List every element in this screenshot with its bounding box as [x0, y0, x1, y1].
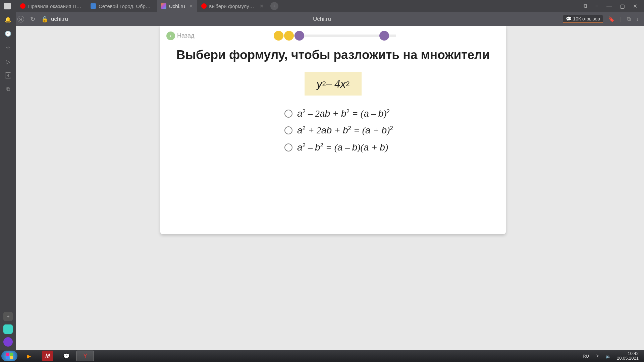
radio-icon	[284, 126, 292, 134]
tab-label: Сетевой Город. Образова	[99, 3, 153, 9]
tab-label: Правила оказания ПП. —	[28, 3, 83, 9]
time-text: 10:42	[617, 351, 639, 356]
chevron-left-icon: ‹	[166, 32, 175, 40]
address-right: 💬 10К отзывов 🔖 | ⧉ ↓	[563, 15, 639, 23]
option-label: a2 + 2ab + b2 = (a + b)2	[297, 125, 393, 136]
page-content: ‹ Назад Выбери формулу, чтобы разложить …	[16, 26, 644, 350]
option-1[interactable]: a2 – 2ab + b2 = (a – b)2	[284, 108, 390, 119]
close-tab-icon[interactable]: ✕	[189, 3, 193, 9]
taskbar-media-player[interactable]: ▶	[20, 351, 38, 361]
collections-icon[interactable]: 4	[5, 72, 11, 78]
lesson-card: ‹ Назад Выбери формулу, чтобы разложить …	[160, 26, 506, 234]
maximize-icon[interactable]: ▢	[620, 3, 625, 9]
start-button[interactable]	[1, 351, 17, 361]
play-icon[interactable]: ▷	[5, 58, 11, 65]
chat-icon: 💬	[566, 16, 572, 21]
progress-indicator	[274, 31, 389, 41]
system-tray: RU 🏳 🔈 10:42 20.05.2021	[583, 351, 643, 361]
tray-sound-icon[interactable]: 🔈	[605, 354, 611, 359]
tab-label: выбери формулу чтоб	[209, 3, 256, 9]
radio-icon	[284, 143, 292, 152]
back-label: Назад	[177, 32, 195, 39]
close-tab-icon[interactable]: ✕	[260, 3, 264, 9]
tab-1[interactable]: Сетевой Город. Образова	[87, 0, 157, 12]
tab-0[interactable]: Правила оказания ПП. —	[16, 0, 87, 12]
progress-dot-3	[294, 31, 304, 41]
alice-icon[interactable]	[3, 337, 13, 347]
reload-icon[interactable]: ↻	[30, 15, 35, 23]
favicon-icon	[201, 3, 207, 9]
progress-dot-4	[379, 31, 389, 41]
close-window-icon[interactable]: ✕	[633, 3, 637, 9]
taskbar-app-m[interactable]: M	[42, 351, 53, 361]
page-title: Uchi.ru	[313, 16, 331, 22]
copy-icon[interactable]: ⧉	[5, 86, 11, 93]
expression-box: y2 – 4x2	[305, 72, 362, 96]
progress-dot-2	[284, 31, 294, 41]
sidebar-toggle-icon[interactable]: ⧉	[627, 16, 631, 22]
tab-label: Uchi.ru	[169, 3, 185, 9]
window-controls: ⧉ ≡ — ▢ ✕	[584, 3, 641, 9]
lock-icon: 🔒	[41, 16, 48, 23]
yandex-icon[interactable]: Я	[17, 16, 24, 22]
profile-icon[interactable]	[4, 3, 11, 9]
option-2[interactable]: a2 + 2ab + b2 = (a + b)2	[284, 125, 393, 136]
progress-dot-1	[274, 31, 283, 41]
address-bar: ← Я ↻ 🔒 uchi.ru Uchi.ru 💬 10К отзывов 🔖 …	[0, 12, 644, 26]
url-text: uchi.ru	[51, 16, 68, 22]
url-box[interactable]: 🔒 uchi.ru	[41, 16, 68, 23]
windows-logo-icon	[6, 353, 13, 359]
card-header: ‹ Назад	[160, 26, 506, 41]
clock[interactable]: 10:42 20.05.2021	[617, 351, 639, 361]
taskbar-apps: ▶ M 💬 Y	[20, 351, 94, 361]
new-tab-button[interactable]: +	[270, 2, 278, 10]
notifications-icon[interactable]: 🔔	[5, 16, 11, 23]
date-text: 20.05.2021	[617, 356, 639, 361]
options-list: a2 – 2ab + b2 = (a – b)2 a2 + 2ab + b2 =…	[160, 108, 506, 153]
taskbar: ▶ M 💬 Y RU 🏳 🔈 10:42 20.05.2021	[0, 350, 644, 362]
minimize-icon[interactable]: —	[606, 3, 612, 9]
menu-icon[interactable]: ≡	[595, 3, 598, 9]
radio-icon	[284, 110, 292, 118]
favicon-icon	[91, 3, 96, 9]
tray-flag-icon[interactable]: 🏳	[595, 354, 599, 359]
add-panel-icon[interactable]: +	[3, 312, 13, 321]
browser-sidebar: 🔔 🕘 ☆ ▷ 4 ⧉ +	[0, 12, 16, 353]
extensions-icon[interactable]: ⧉	[584, 3, 587, 9]
option-label: a2 – b2 = (a – b)(a + b)	[297, 142, 388, 153]
tab-strip: Правила оказания ПП. — Сетевой Город. Об…	[0, 0, 644, 12]
separator: |	[620, 16, 622, 22]
tab-3[interactable]: выбери формулу чтоб ✕	[197, 0, 268, 12]
option-label: a2 – 2ab + b2 = (a – b)2	[297, 108, 390, 119]
reviews-text: 10К отзывов	[573, 16, 600, 21]
taskbar-discord[interactable]: 💬	[58, 351, 75, 361]
option-3[interactable]: a2 – b2 = (a – b)(a + b)	[284, 142, 388, 153]
favicon-icon	[161, 3, 166, 9]
downloads-icon[interactable]: ↓	[636, 16, 639, 22]
back-button[interactable]: ‹ Назад	[166, 32, 195, 40]
yandex-music-icon[interactable]	[3, 324, 13, 334]
bookmark-icon[interactable]: 🔖	[608, 16, 615, 22]
taskbar-yandex-browser[interactable]: Y	[76, 351, 94, 361]
reviews-badge[interactable]: 💬 10К отзывов	[563, 15, 603, 23]
tab-2-active[interactable]: Uchi.ru ✕	[157, 0, 197, 12]
favorites-icon[interactable]: ☆	[5, 44, 11, 51]
question-title: Выбери формулу, чтобы разложить на множи…	[160, 48, 506, 62]
history-icon[interactable]: 🕘	[5, 30, 11, 37]
lang-indicator[interactable]: RU	[583, 354, 589, 359]
favicon-icon	[20, 3, 25, 9]
